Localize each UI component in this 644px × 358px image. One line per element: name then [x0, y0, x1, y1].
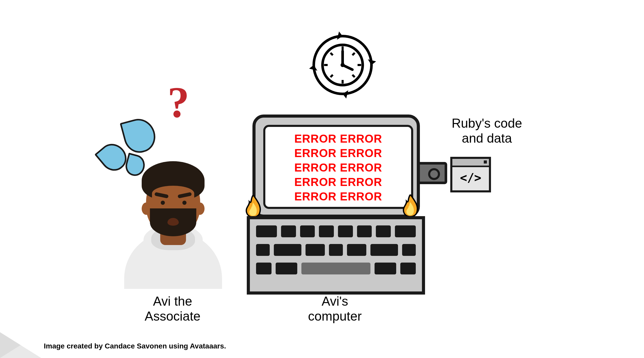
code-window-icon: </>: [450, 157, 491, 192]
monitor: ERROR ERROR ERROR ERROR ERROR ERROR ERRO…: [252, 115, 420, 218]
image-credit: Image created by Candace Savonen using A…: [44, 342, 226, 350]
keyboard: [247, 216, 425, 295]
error-line: ERROR ERROR: [265, 145, 411, 161]
avi-computer: ERROR ERROR ERROR ERROR ERROR ERROR ERRO…: [247, 115, 419, 290]
ruby-code-label: Ruby's code and data: [433, 116, 541, 146]
question-mark-icon: ?: [167, 77, 189, 128]
page-corner-fold-icon: [0, 317, 41, 358]
clock-refresh-icon: [304, 26, 381, 104]
error-line: ERROR ERROR: [265, 189, 411, 204]
error-line: ERROR ERROR: [265, 174, 411, 190]
screen: ERROR ERROR ERROR ERROR ERROR ERROR ERRO…: [263, 125, 413, 209]
avi-avatar: [122, 150, 225, 289]
error-line: ERROR ERROR: [265, 131, 411, 146]
code-glyph: </>: [452, 167, 489, 188]
computer-label: Avi's computer: [283, 294, 386, 324]
svg-point-17: [341, 63, 345, 67]
avi-label: Avi the Associate: [126, 294, 219, 324]
error-line: ERROR ERROR: [265, 160, 411, 175]
